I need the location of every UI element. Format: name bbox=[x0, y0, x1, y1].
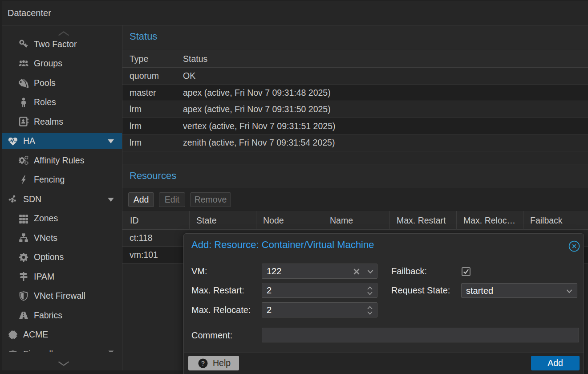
svg-text:?: ? bbox=[201, 360, 205, 367]
